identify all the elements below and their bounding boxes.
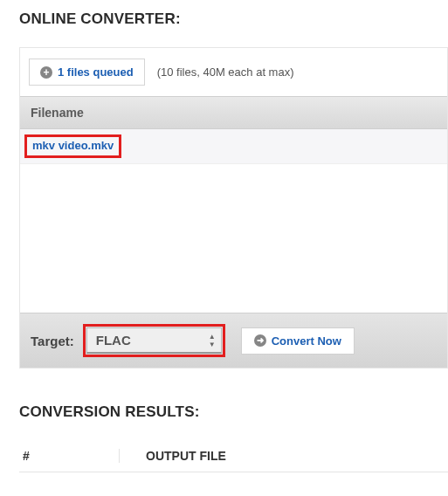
results-col-num: # — [19, 449, 120, 463]
convert-now-label: Convert Now — [272, 334, 341, 348]
upload-limit-text: (10 files, 40M each at max) — [157, 65, 294, 79]
file-name: mkv video.mkv — [24, 134, 121, 158]
results-title: CONVERSION RESULTS: — [19, 403, 448, 421]
results-section: CONVERSION RESULTS: # OUTPUT FILE — [19, 403, 448, 472]
convert-now-button[interactable]: ➜ Convert Now — [241, 327, 355, 355]
filename-header: Filename — [20, 96, 447, 129]
results-header-row: # OUTPUT FILE — [19, 440, 448, 472]
file-list-empty-area — [20, 164, 447, 313]
files-queued-button[interactable]: + 1 files queued — [29, 59, 145, 86]
format-select[interactable]: FLAC — [86, 327, 222, 354]
upload-bar: + 1 files queued (10 files, 40M each at … — [20, 48, 447, 96]
converter-panel: + 1 files queued (10 files, 40M each at … — [19, 47, 448, 369]
files-queued-label: 1 files queued — [58, 65, 134, 79]
target-label: Target: — [31, 334, 74, 348]
format-select-highlight: FLAC ▲▼ — [83, 324, 225, 357]
arrow-right-icon: ➜ — [254, 334, 266, 347]
results-col-output: OUTPUT FILE — [120, 449, 226, 463]
plus-icon: + — [40, 66, 52, 79]
target-row: Target: FLAC ▲▼ ➜ Convert Now — [20, 313, 447, 368]
file-row[interactable]: mkv video.mkv — [20, 129, 447, 164]
converter-title: ONLINE CONVERTER: — [19, 10, 448, 28]
